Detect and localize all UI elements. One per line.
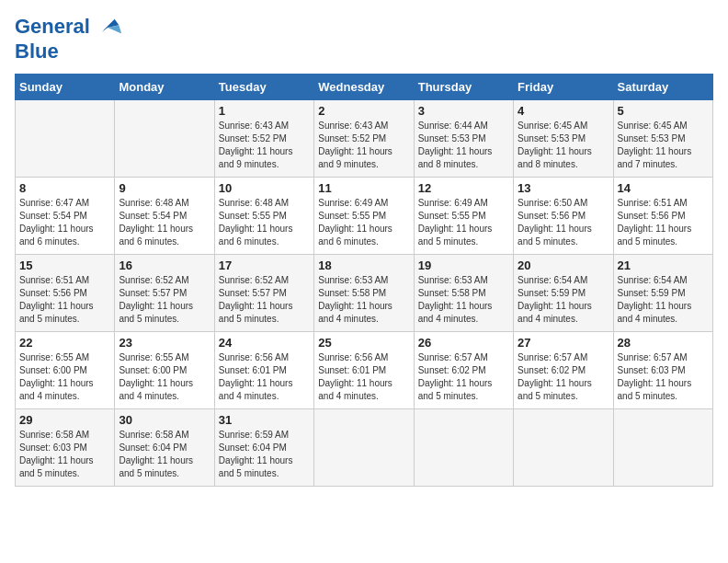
day-header-saturday: Saturday [613,75,712,100]
header: General Blue [15,15,713,63]
calendar-cell [514,409,613,487]
day-number: 9 [119,181,210,195]
day-info: Sunrise: 6:58 AMSunset: 6:03 PMDaylight:… [19,429,110,480]
calendar-cell: 14Sunrise: 6:51 AMSunset: 5:56 PMDayligh… [613,178,712,255]
day-info: Sunrise: 6:49 AMSunset: 5:55 PMDaylight:… [418,197,509,248]
day-number: 27 [518,336,609,350]
calendar-cell: 17Sunrise: 6:52 AMSunset: 5:57 PMDayligh… [214,255,313,332]
page-container: General Blue SundayMondayTuesdayWednesda… [15,15,713,487]
day-info: Sunrise: 6:55 AMSunset: 6:00 PMDaylight:… [19,351,110,403]
calendar-cell: 31Sunrise: 6:59 AMSunset: 6:04 PMDayligh… [214,409,313,487]
calendar-body: 1Sunrise: 6:43 AMSunset: 5:52 PMDaylight… [16,100,713,487]
day-number: 28 [618,336,709,350]
day-number: 2 [318,104,409,118]
day-header-monday: Monday [115,75,214,100]
calendar-cell: 18Sunrise: 6:53 AMSunset: 5:58 PMDayligh… [314,255,414,332]
calendar-cell: 24Sunrise: 6:56 AMSunset: 6:01 PMDayligh… [214,332,313,409]
calendar-week-4: 22Sunrise: 6:55 AMSunset: 6:00 PMDayligh… [16,332,713,409]
calendar-week-1: 1Sunrise: 6:43 AMSunset: 5:52 PMDaylight… [16,100,713,178]
day-number: 3 [418,104,509,118]
day-info: Sunrise: 6:43 AMSunset: 5:52 PMDaylight:… [318,120,409,171]
day-number: 22 [19,336,110,350]
day-number: 1 [219,104,310,118]
day-info: Sunrise: 6:52 AMSunset: 5:57 PMDaylight:… [219,274,310,326]
calendar-cell: 27Sunrise: 6:57 AMSunset: 6:02 PMDayligh… [514,332,613,409]
logo: General Blue [15,15,123,63]
day-info: Sunrise: 6:56 AMSunset: 6:01 PMDaylight:… [219,351,310,403]
day-header-thursday: Thursday [414,75,513,100]
day-info: Sunrise: 6:48 AMSunset: 5:54 PMDaylight:… [119,197,210,248]
day-number: 10 [219,181,310,195]
day-info: Sunrise: 6:51 AMSunset: 5:56 PMDaylight:… [618,197,709,248]
day-number: 8 [19,181,110,195]
calendar-week-2: 8Sunrise: 6:47 AMSunset: 5:54 PMDaylight… [16,178,713,255]
day-header-sunday: Sunday [16,75,115,100]
calendar-cell [16,100,115,178]
day-info: Sunrise: 6:45 AMSunset: 5:53 PMDaylight:… [618,120,709,171]
calendar-cell: 2Sunrise: 6:43 AMSunset: 5:52 PMDaylight… [314,100,414,178]
calendar-cell: 13Sunrise: 6:50 AMSunset: 5:56 PMDayligh… [514,178,613,255]
day-number: 24 [219,336,310,350]
day-info: Sunrise: 6:54 AMSunset: 5:59 PMDaylight:… [518,274,609,326]
day-info: Sunrise: 6:52 AMSunset: 5:57 PMDaylight:… [119,274,210,326]
day-number: 15 [19,259,110,272]
calendar-cell: 15Sunrise: 6:51 AMSunset: 5:56 PMDayligh… [16,255,115,332]
calendar-cell: 30Sunrise: 6:58 AMSunset: 6:04 PMDayligh… [115,409,214,487]
logo-text: General [15,15,123,40]
calendar-cell: 19Sunrise: 6:53 AMSunset: 5:58 PMDayligh… [414,255,513,332]
day-info: Sunrise: 6:57 AMSunset: 6:03 PMDaylight:… [618,351,709,403]
day-info: Sunrise: 6:54 AMSunset: 5:59 PMDaylight:… [618,274,709,326]
day-number: 31 [219,413,310,427]
calendar-cell: 23Sunrise: 6:55 AMSunset: 6:00 PMDayligh… [115,332,214,409]
day-info: Sunrise: 6:45 AMSunset: 5:53 PMDaylight:… [518,120,609,171]
day-number: 11 [318,181,409,195]
calendar-cell: 5Sunrise: 6:45 AMSunset: 5:53 PMDaylight… [613,100,712,178]
calendar-cell: 20Sunrise: 6:54 AMSunset: 5:59 PMDayligh… [514,255,613,332]
calendar-cell: 25Sunrise: 6:56 AMSunset: 6:01 PMDayligh… [314,332,414,409]
day-info: Sunrise: 6:48 AMSunset: 5:55 PMDaylight:… [219,197,310,248]
day-info: Sunrise: 6:44 AMSunset: 5:53 PMDaylight:… [418,120,509,171]
calendar-cell: 16Sunrise: 6:52 AMSunset: 5:57 PMDayligh… [115,255,214,332]
day-number: 18 [318,259,409,272]
calendar-week-3: 15Sunrise: 6:51 AMSunset: 5:56 PMDayligh… [16,255,713,332]
day-header-tuesday: Tuesday [214,75,313,100]
calendar-week-5: 29Sunrise: 6:58 AMSunset: 6:03 PMDayligh… [16,409,713,487]
day-number: 12 [418,181,509,195]
calendar-cell: 4Sunrise: 6:45 AMSunset: 5:53 PMDaylight… [514,100,613,178]
day-info: Sunrise: 6:43 AMSunset: 5:52 PMDaylight:… [219,120,310,171]
calendar-cell: 21Sunrise: 6:54 AMSunset: 5:59 PMDayligh… [613,255,712,332]
day-number: 19 [418,259,509,272]
day-number: 26 [418,336,509,350]
calendar-cell: 1Sunrise: 6:43 AMSunset: 5:52 PMDaylight… [214,100,313,178]
day-info: Sunrise: 6:57 AMSunset: 6:02 PMDaylight:… [418,351,509,403]
calendar-cell: 10Sunrise: 6:48 AMSunset: 5:55 PMDayligh… [214,178,313,255]
day-number: 4 [518,104,609,118]
day-header-wednesday: Wednesday [314,75,414,100]
calendar-cell [414,409,513,487]
day-number: 16 [119,259,210,272]
day-info: Sunrise: 6:49 AMSunset: 5:55 PMDaylight:… [318,197,409,248]
day-number: 20 [518,259,609,272]
calendar-cell: 26Sunrise: 6:57 AMSunset: 6:02 PMDayligh… [414,332,513,409]
day-number: 5 [618,104,709,118]
calendar-cell: 12Sunrise: 6:49 AMSunset: 5:55 PMDayligh… [414,178,513,255]
header-row: SundayMondayTuesdayWednesdayThursdayFrid… [16,75,713,100]
day-info: Sunrise: 6:50 AMSunset: 5:56 PMDaylight:… [518,197,609,248]
day-info: Sunrise: 6:58 AMSunset: 6:04 PMDaylight:… [119,429,210,480]
logo-blue: Blue [15,40,123,63]
day-number: 25 [318,336,409,350]
day-info: Sunrise: 6:59 AMSunset: 6:04 PMDaylight:… [219,429,310,480]
calendar-cell [613,409,712,487]
day-info: Sunrise: 6:56 AMSunset: 6:01 PMDaylight:… [318,351,409,403]
day-number: 17 [219,259,310,272]
day-number: 21 [618,259,709,272]
day-number: 23 [119,336,210,350]
logo-general: General [15,15,90,38]
calendar-cell: 3Sunrise: 6:44 AMSunset: 5:53 PMDaylight… [414,100,513,178]
calendar-cell: 11Sunrise: 6:49 AMSunset: 5:55 PMDayligh… [314,178,414,255]
day-info: Sunrise: 6:53 AMSunset: 5:58 PMDaylight:… [418,274,509,326]
day-info: Sunrise: 6:53 AMSunset: 5:58 PMDaylight:… [318,274,409,326]
calendar-cell [314,409,414,487]
calendar-cell [115,100,214,178]
day-info: Sunrise: 6:47 AMSunset: 5:54 PMDaylight:… [19,197,110,248]
